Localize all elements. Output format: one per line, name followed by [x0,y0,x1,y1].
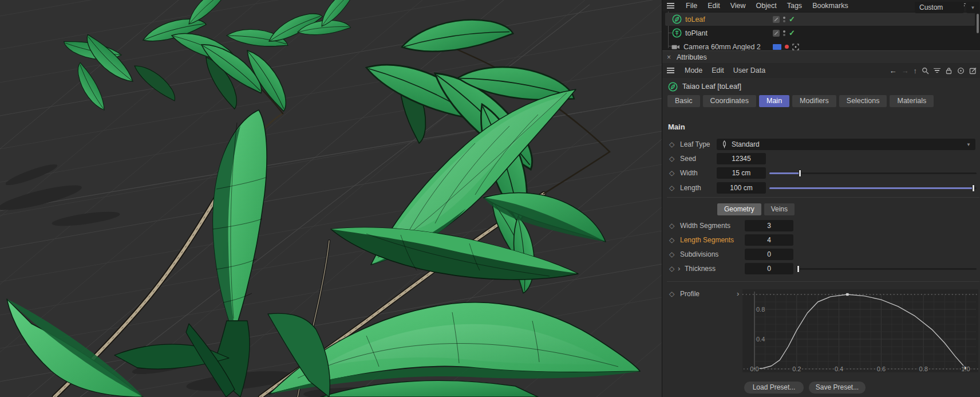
visibility-dots-icon[interactable] [783,17,785,22]
param-length: ◇ Length 100 cm [662,182,980,195]
edit-toggle-icon[interactable] [773,30,780,37]
object-name[interactable]: Camera 60mm Angled 2 [683,43,761,51]
tab-main[interactable]: Main [759,95,789,107]
thickness-slider[interactable] [799,263,977,274]
attr-menu-mode[interactable]: Mode [685,66,702,74]
filter-icon[interactable] [934,68,941,73]
svg-text:1.0: 1.0 [961,365,970,372]
tab-materials[interactable]: Materials [890,95,934,107]
edit-pen-icon[interactable] [969,67,977,74]
up-arrow-icon[interactable]: ↑ [914,67,918,74]
leaf-type-value: Standard [732,140,760,148]
leaf-type-dropdown[interactable]: Standard ▼ [717,139,975,150]
param-label: Leaf Type [680,140,710,148]
leaf-glyph-icon [721,140,728,148]
width-segments-input[interactable]: 3 [745,220,793,231]
menu-object[interactable]: Object [756,2,777,10]
param-leaf-type: ◇ Leaf Type Standard ▼ [662,139,980,151]
render-dot-icon[interactable] [785,45,789,49]
plant-object-icon [672,28,682,38]
edit-toggle-icon[interactable] [773,16,780,23]
object-manager-list: toLeaf ✓ toPlant ✓ Camera 60mm Angled 2 [662,11,980,50]
length-slider[interactable] [769,182,977,194]
leaf-object-icon [668,82,678,92]
close-icon[interactable]: × [667,53,671,61]
length-input[interactable]: 100 cm [717,182,766,194]
menu-bookmarks[interactable]: Bookmarks [812,2,848,10]
tab-coordinates[interactable]: Coordinates [703,95,756,107]
tab-selections[interactable]: Selections [839,95,887,107]
param-diamond-icon[interactable]: ◇ [669,236,674,244]
param-diamond-icon[interactable]: ◇ [669,250,674,258]
param-diamond-icon[interactable]: ◇ [669,222,674,230]
attr-menu-user-data[interactable]: User Data [733,66,765,74]
tab-modifiers[interactable]: Modifiers [792,95,836,107]
layer-color-chip[interactable] [773,44,781,50]
viewport-3d[interactable] [0,0,662,397]
section-title: Main [668,123,685,131]
length-segments-input[interactable]: 4 [745,234,793,246]
expand-chevron-icon[interactable]: › [678,264,680,273]
param-diamond-icon[interactable]: ◇ [669,155,674,163]
target-icon[interactable] [792,44,799,50]
param-length-segments: ◇ Length Segments 4 [662,234,980,247]
object-row-camera[interactable]: Camera 60mm Angled 2 [665,40,975,50]
object-row-toleaf[interactable]: toLeaf ✓ [665,13,975,26]
param-subdivisions: ◇ Subdivisions 0 [662,249,980,261]
attribute-tabs: Basic Coordinates Main Modifiers Selecti… [667,95,934,108]
load-preset-button[interactable]: Load Preset... [744,382,804,394]
leaf-object-icon [672,14,682,24]
param-diamond-icon[interactable]: ◇ [669,290,674,298]
chevron-down-icon: ▼ [966,142,971,147]
attr-menu-edit[interactable]: Edit [712,66,724,74]
hamburger-menu-icon[interactable] [667,70,675,71]
attributes-nav-icons: ← → ↑ [890,63,977,78]
object-row-toplant[interactable]: toPlant ✓ [665,26,975,40]
scrollbar-thumb[interactable] [977,14,979,33]
svg-text:0.8: 0.8 [919,365,928,372]
thickness-input[interactable]: 0 [745,263,793,274]
menu-tags[interactable]: Tags [787,2,802,10]
param-diamond-icon[interactable]: ◇ [669,169,674,177]
param-label: Seed [680,155,696,163]
hamburger-menu-icon[interactable] [667,0,675,11]
track-target-icon[interactable] [957,67,965,74]
width-slider[interactable] [769,167,977,179]
svg-text:0.0: 0.0 [750,365,758,372]
search-icon[interactable] [922,67,929,74]
tab-geometry[interactable]: Geometry [717,203,761,215]
subdivisions-input[interactable]: 0 [745,249,793,260]
seed-input[interactable]: 12345 [717,153,766,164]
menu-edit[interactable]: Edit [708,2,720,10]
menu-view[interactable]: View [730,2,746,10]
object-header: Taiao Leaf [toLeaf] [662,79,980,94]
svg-text:0.2: 0.2 [792,365,801,372]
back-arrow-icon[interactable]: ← [890,67,897,74]
attributes-header: × Attributes [662,50,980,63]
geometry-veins-tabs: Geometry Veins [717,203,795,215]
object-name[interactable]: toPlant [685,29,708,37]
visibility-dots-icon[interactable] [783,30,785,36]
tab-veins[interactable]: Veins [764,203,795,215]
param-diamond-icon[interactable]: ◇ [669,265,674,273]
enabled-check-icon[interactable]: ✓ [789,15,795,23]
lock-icon[interactable] [945,67,953,74]
width-input[interactable]: 15 cm [717,167,766,179]
expand-chevron-icon[interactable]: › [737,289,739,298]
tab-basic[interactable]: Basic [667,95,700,107]
param-diamond-icon[interactable]: ◇ [669,140,674,148]
param-label: Width Segments [680,222,730,230]
forward-arrow-icon[interactable]: → [902,67,909,74]
save-preset-button[interactable]: Save Preset... [809,382,866,394]
svg-text:0.6: 0.6 [877,365,886,372]
menu-file[interactable]: File [686,2,697,10]
right-panel: File Edit View Object Tags Bookmarks toL… [662,0,980,397]
svg-text:0.4: 0.4 [756,336,765,343]
object-name[interactable]: toLeaf [685,15,705,23]
param-diamond-icon[interactable]: ◇ [669,184,674,192]
object-title: Taiao Leaf [toLeaf] [682,82,741,91]
enabled-check-icon[interactable]: ✓ [789,29,795,37]
preset-selector-arrow[interactable]: ▼ [966,2,979,13]
profile-curve-editor[interactable]: 0.80.40.00.20.40.60.81.0 [742,289,978,372]
preset-selector-dropdown[interactable]: Custom [915,2,964,13]
